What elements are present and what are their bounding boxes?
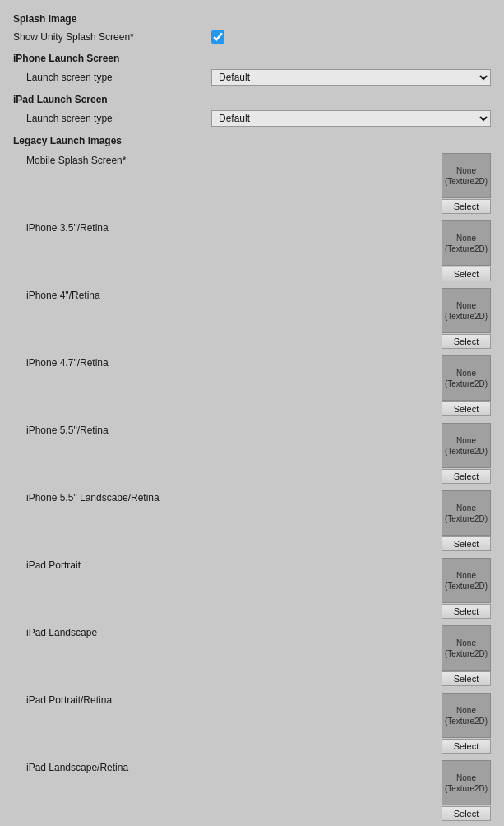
texture-preview: None (Texture2D)	[442, 490, 491, 536]
select-asset-button[interactable]: Select	[442, 401, 491, 416]
select-asset-button[interactable]: Select	[442, 267, 491, 281]
show-unity-checkbox[interactable]	[211, 30, 224, 44]
iphone-launch-type-row: Launch screen type Default None Custom	[13, 67, 491, 87]
settings-panel: Splash Image Show Unity Splash Screen* i…	[0, 0, 504, 826]
asset-label: iPhone 5.5"/Retina	[26, 423, 442, 436]
asset-label: iPhone 5.5" Landscape/Retina	[26, 490, 442, 503]
asset-control: None (Texture2D)Select	[442, 220, 491, 281]
asset-row: iPhone 5.5" Landscape/RetinaNone (Textur…	[13, 487, 491, 555]
asset-control: None (Texture2D)Select	[442, 288, 491, 349]
show-unity-label: Show Unity Splash Screen*	[13, 31, 211, 43]
splash-image-header: Splash Image	[13, 13, 491, 25]
iphone-launch-header: iPhone Launch Screen	[13, 53, 491, 64]
select-asset-button[interactable]: Select	[442, 469, 491, 484]
select-asset-button[interactable]: Select	[442, 671, 491, 686]
select-asset-button[interactable]: Select	[442, 536, 491, 551]
asset-label: iPad Landscape	[26, 625, 442, 638]
legacy-launch-header: Legacy Launch Images	[13, 135, 491, 146]
ipad-launch-type-row: Launch screen type Default None Custom	[13, 109, 491, 128]
select-asset-button[interactable]: Select	[442, 604, 491, 619]
texture-preview: None (Texture2D)	[442, 153, 491, 198]
asset-label: iPhone 3.5"/Retina	[26, 220, 442, 234]
ipad-launch-type-select[interactable]: Default None Custom	[211, 110, 491, 127]
texture-preview: None (Texture2D)	[442, 558, 491, 603]
asset-control: None (Texture2D)Select	[442, 355, 491, 416]
asset-rows-container: Mobile Splash Screen*None (Texture2D)Sel…	[13, 150, 491, 826]
texture-preview: None (Texture2D)	[442, 288, 491, 333]
texture-preview: None (Texture2D)	[442, 423, 491, 468]
asset-label: iPhone 4.7"/Retina	[26, 355, 442, 369]
asset-control: None (Texture2D)Select	[442, 490, 491, 551]
asset-row: iPad Landscape/RetinaNone (Texture2D)Sel…	[13, 757, 491, 824]
asset-control: None (Texture2D)Select	[442, 760, 491, 821]
asset-row: iPhone 4.7"/RetinaNone (Texture2D)Select	[13, 352, 491, 420]
texture-preview: None (Texture2D)	[442, 760, 491, 805]
asset-row: iPhone 4"/RetinaNone (Texture2D)Select	[13, 285, 491, 352]
texture-preview: None (Texture2D)	[442, 693, 491, 738]
asset-row: iPad Portrait/RetinaNone (Texture2D)Sele…	[13, 689, 491, 757]
asset-label: iPad Portrait	[26, 558, 442, 571]
asset-control: None (Texture2D)Select	[442, 625, 491, 686]
show-unity-checkbox-cell	[211, 30, 491, 44]
iphone-launch-type-select[interactable]: Default None Custom	[211, 69, 491, 86]
select-asset-button[interactable]: Select	[442, 334, 491, 349]
asset-row: iPhone 5.5"/RetinaNone (Texture2D)Select	[13, 420, 491, 487]
select-asset-button[interactable]: Select	[442, 199, 491, 214]
asset-row: Mobile Splash Screen*None (Texture2D)Sel…	[13, 150, 491, 217]
texture-preview: None (Texture2D)	[442, 220, 491, 266]
texture-preview: None (Texture2D)	[442, 355, 491, 401]
asset-row: iPad LandscapeNone (Texture2D)Select	[13, 622, 491, 689]
asset-control: None (Texture2D)Select	[442, 558, 491, 619]
select-asset-button[interactable]: Select	[442, 739, 491, 754]
asset-label: iPad Landscape/Retina	[26, 760, 442, 773]
show-unity-row: Show Unity Splash Screen*	[13, 28, 491, 46]
asset-row: iPad PortraitNone (Texture2D)Select	[13, 555, 491, 622]
ipad-dropdown-container: Default None Custom	[211, 110, 491, 127]
asset-label: iPad Portrait/Retina	[26, 693, 442, 706]
iphone-launch-type-label: Launch screen type	[26, 72, 211, 83]
texture-preview: None (Texture2D)	[442, 625, 491, 671]
ipad-launch-type-label: Launch screen type	[26, 113, 211, 124]
asset-control: None (Texture2D)Select	[442, 693, 491, 754]
asset-label: Mobile Splash Screen*	[26, 153, 442, 166]
asset-label: iPhone 4"/Retina	[26, 288, 442, 301]
iphone-dropdown-container: Default None Custom	[211, 69, 491, 86]
asset-control: None (Texture2D)Select	[442, 153, 491, 214]
asset-control: None (Texture2D)Select	[442, 423, 491, 484]
select-asset-button[interactable]: Select	[442, 806, 491, 821]
asset-row: iPhone 3.5"/RetinaNone (Texture2D)Select	[13, 217, 491, 285]
ipad-launch-header: iPad Launch Screen	[13, 94, 491, 105]
